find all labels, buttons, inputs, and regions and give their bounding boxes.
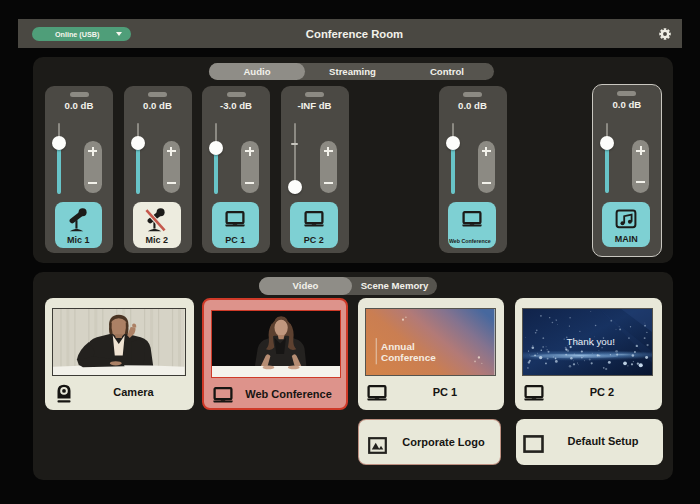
svg-text:Annual: Annual [381, 340, 415, 351]
svg-text:Conference: Conference [381, 352, 436, 363]
svg-text:Thank you!: Thank you! [566, 336, 615, 347]
